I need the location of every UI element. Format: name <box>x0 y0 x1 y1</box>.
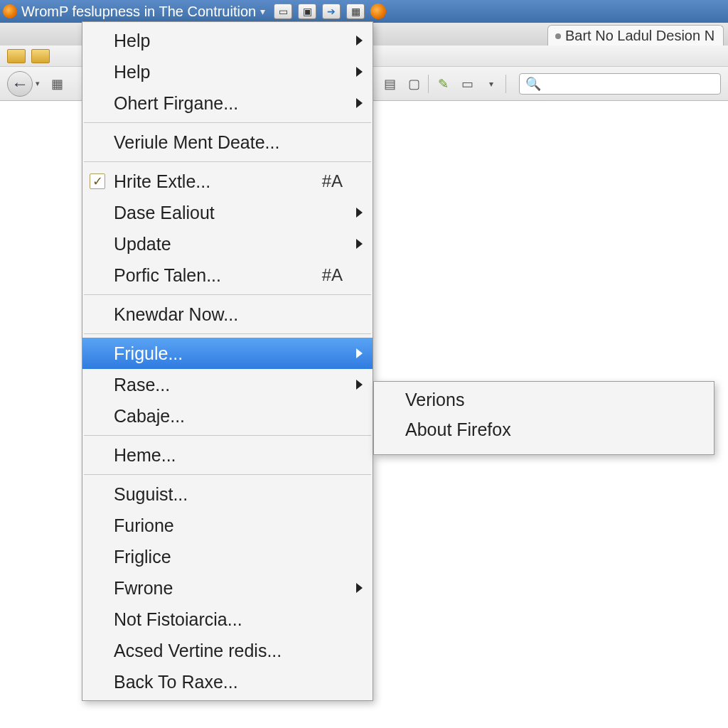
menu-separator <box>84 122 371 123</box>
menu-item[interactable]: Suguist... <box>82 478 373 510</box>
tray-icon-1[interactable]: ▭ <box>274 4 292 19</box>
menu-item[interactable]: Fwrone <box>82 572 373 604</box>
menu-item[interactable]: About Firefox <box>374 414 714 444</box>
dropdown-menu: HelpHelpOhert Firgane...Veriule Ment Dea… <box>82 21 373 701</box>
bookmark-folder-icon[interactable] <box>7 49 26 63</box>
menu-item-label: Help <box>114 31 361 51</box>
menu-item[interactable]: Veriule Ment Deate... <box>82 127 373 158</box>
menu-item-label: Rase... <box>114 375 361 395</box>
menu-item-label: Knewdar Now... <box>114 304 361 325</box>
toolbar-separator <box>505 75 506 93</box>
menu-item[interactable]: Not Fistoiarcia... <box>82 604 373 635</box>
menu-item-label: Update <box>114 234 361 255</box>
tray-firefox-icon[interactable] <box>370 4 386 19</box>
menu-item-accelerator: #A <box>322 171 343 191</box>
menu-item[interactable]: Back To Raxe... <box>82 666 373 697</box>
search-box[interactable]: 🔍 <box>519 73 721 95</box>
menu-item[interactable]: Furione <box>82 510 373 541</box>
menu-separator <box>84 161 371 162</box>
chevron-right-icon <box>356 67 363 77</box>
checkmark-icon: ✓ <box>90 173 105 189</box>
title-dropdown-icon[interactable]: ▾ <box>260 6 265 17</box>
menu-item[interactable]: Friglice <box>82 541 373 572</box>
menu-item-label: Help <box>114 62 361 82</box>
menu-separator <box>84 435 371 436</box>
menu-item-label: Furione <box>114 515 361 536</box>
toolbar-layout-icon[interactable]: ▤ <box>380 75 400 92</box>
tray-icon-2[interactable]: ▣ <box>298 4 316 19</box>
menu-item-label: Dase Ealiout <box>114 203 361 223</box>
menu-item-label: Acsed Vertine redis... <box>114 641 361 661</box>
menu-item-label: Frigule... <box>114 343 361 364</box>
toolbar-separator <box>428 75 429 93</box>
search-icon: 🔍 <box>525 76 541 92</box>
window-titlebar: WromP feslupness in The Contruition ▾ ▭ … <box>0 0 728 23</box>
chevron-right-icon <box>356 380 363 390</box>
menu-item[interactable]: Porfic Talen...#A <box>82 259 373 291</box>
menu-item-label: Cabaje... <box>114 406 361 427</box>
back-dropdown-icon[interactable]: ▾ <box>36 79 40 88</box>
menu-item[interactable]: Help <box>82 56 373 87</box>
menu-separator <box>84 333 371 334</box>
menu-separator <box>84 474 371 475</box>
tab-favicon <box>555 33 561 39</box>
menu-item[interactable]: Frigule... <box>82 338 373 369</box>
menu-item-label: Friglice <box>114 547 361 567</box>
menu-item-label: Suguist... <box>114 484 361 505</box>
toolbar-dropdown-icon[interactable]: ▾ <box>481 75 501 92</box>
menu-item[interactable]: Dase Ealiout <box>82 197 373 228</box>
menu-item[interactable]: Rase... <box>82 369 373 400</box>
menu-item-label: Not Fistoiarcia... <box>114 609 361 630</box>
window-title: WromP feslupness in The Contruition <box>21 4 256 20</box>
chevron-right-icon <box>356 239 363 249</box>
menu-item-label: Fwrone <box>114 578 361 599</box>
menu-item[interactable]: Update <box>82 228 373 259</box>
title-tray-icons: ▭ ▣ ➔ ▦ <box>274 4 386 19</box>
firefox-icon <box>3 4 17 18</box>
toolbar-page-icon[interactable]: ▢ <box>404 75 424 92</box>
toolbar-window-icon[interactable]: ▭ <box>457 75 477 92</box>
menu-item[interactable]: ✓Hrite Extle...#A <box>82 166 373 197</box>
dropdown-submenu: VerionsAbout Firefox <box>373 381 714 455</box>
tab-label: Bart No Ladul Desion N <box>565 28 714 44</box>
browser-tab[interactable]: Bart No Ladul Desion N <box>547 25 724 46</box>
chevron-right-icon <box>356 36 363 46</box>
tray-icon-3[interactable]: ▦ <box>346 4 365 19</box>
menu-item-label: Hrite Extle... <box>114 171 322 192</box>
menu-item-label: Heme... <box>114 445 361 466</box>
menu-item-label: About Firefox <box>405 419 702 440</box>
search-input[interactable] <box>545 76 714 91</box>
menu-item-accelerator: #A <box>322 265 343 285</box>
menu-item[interactable]: Knewdar Now... <box>82 299 373 330</box>
content-area: HelpHelpOhert Firgane...Veriule Ment Dea… <box>0 101 728 728</box>
menu-item[interactable]: Help <box>82 25 373 56</box>
menu-item-label: Porfic Talen... <box>114 265 322 286</box>
menu-item[interactable]: Verions <box>374 385 714 414</box>
menu-item-label: Ohert Firgane... <box>114 93 361 114</box>
back-button[interactable]: ← <box>7 71 33 97</box>
menu-item-label: Back To Raxe... <box>114 672 361 692</box>
toolbar-grid-icon[interactable]: ▦ <box>47 75 67 92</box>
menu-item[interactable]: Cabaje... <box>82 400 373 432</box>
menu-item-label: Verions <box>405 390 702 410</box>
menu-item[interactable]: Ohert Firgane... <box>82 87 373 119</box>
chevron-right-icon <box>356 208 363 218</box>
toolbar-pen-icon[interactable]: ✎ <box>433 75 453 92</box>
chevron-right-icon <box>356 583 363 593</box>
chevron-right-icon <box>356 98 363 108</box>
menu-item-label: Veriule Ment Deate... <box>114 132 361 153</box>
menu-item[interactable]: Acsed Vertine redis... <box>82 635 373 666</box>
chevron-right-icon <box>356 348 363 358</box>
menu-separator <box>84 294 371 295</box>
tray-arrow-icon[interactable]: ➔ <box>322 4 341 19</box>
menu-item[interactable]: Heme... <box>82 439 373 471</box>
bookmark-folder-icon[interactable] <box>31 49 50 63</box>
